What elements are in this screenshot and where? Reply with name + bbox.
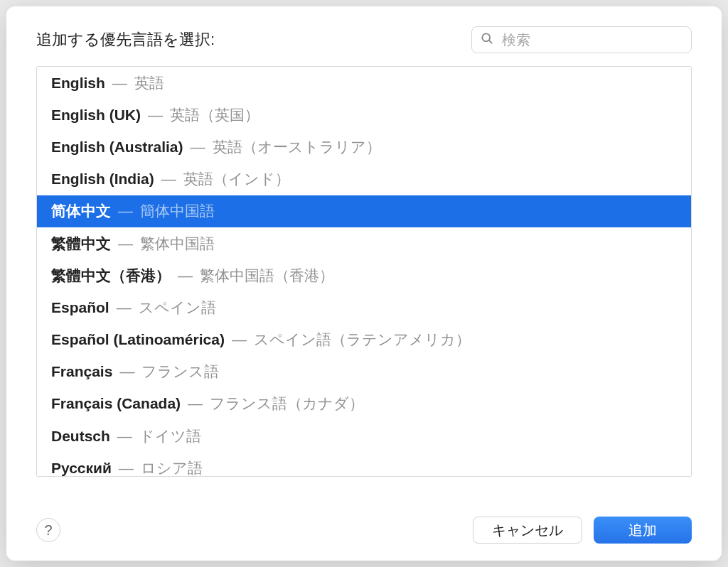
language-native-name: English [51,75,105,92]
language-separator: — [117,299,132,316]
dialog-header: 追加する優先言語を選択: [6,6,722,66]
language-separator: — [178,267,193,284]
language-separator: — [119,363,134,380]
language-select-dialog: 追加する優先言語を選択: English—英語English (UK)—英語（英… [6,6,722,561]
language-row[interactable]: 繁體中文—繁体中国語 [37,227,691,259]
language-separator: — [161,171,176,188]
language-native-name: Español [51,299,109,316]
language-local-name: スペイン語（ラテンアメリカ） [254,330,471,350]
language-native-name: Français (Canada) [51,395,181,412]
language-local-name: ロシア語 [141,458,203,477]
language-local-name: スペイン語 [139,298,216,318]
language-row[interactable]: English (India)—英語（インド） [37,163,691,195]
search-wrapper [471,26,692,53]
language-row[interactable]: Español—スペイン語 [37,291,691,323]
language-row[interactable]: Deutsch—ドイツ語 [37,420,691,452]
language-local-name: 英語（インド） [183,169,290,189]
language-separator: — [148,107,163,124]
button-group: キャンセル 追加 [473,517,692,544]
language-separator: — [232,331,247,348]
language-separator: — [119,460,134,477]
language-native-name: 繁體中文 [51,234,111,254]
language-native-name: Français [51,363,112,380]
language-native-name: Español (Latinoamérica) [51,331,225,348]
language-native-name: 简体中文 [51,201,111,221]
language-local-name: 英語（英国） [170,105,259,125]
language-local-name: 繁体中国語 [140,234,215,254]
language-row[interactable]: Français (Canada)—フランス語（カナダ） [37,388,691,420]
language-list[interactable]: English—英語English (UK)—英語（英国）English (Au… [36,66,692,477]
language-separator: — [191,139,205,156]
language-local-name: 繁体中国語（香港） [200,266,334,286]
language-separator: — [112,75,127,92]
language-row[interactable]: 简体中文—簡体中国語 [37,195,691,227]
help-button[interactable]: ? [36,518,60,542]
language-native-name: English (Australia) [51,139,183,156]
language-local-name: フランス語（カナダ） [210,394,364,414]
language-separator: — [188,395,203,412]
language-local-name: 簡体中国語 [140,201,215,221]
language-separator: — [118,235,133,252]
language-row[interactable]: English—英語 [37,67,691,99]
language-native-name: Deutsch [51,428,110,445]
language-native-name: English (India) [51,171,154,188]
language-native-name: Русский [51,460,112,477]
language-separator: — [118,202,133,220]
language-local-name: ドイツ語 [139,426,201,446]
language-row[interactable]: Español (Latinoamérica)—スペイン語（ラテンアメリカ） [37,324,691,356]
language-local-name: 英語 [134,73,164,93]
language-native-name: 繁體中文（香港） [51,266,171,286]
language-row[interactable]: 繁體中文（香港）—繁体中国語（香港） [37,259,691,291]
language-row[interactable]: English (Australia)—英語（オーストラリア） [37,131,691,163]
language-local-name: フランス語 [141,362,219,382]
language-row[interactable]: Français—フランス語 [37,356,691,388]
language-row[interactable]: Русский—ロシア語 [37,452,691,477]
dialog-footer: ? キャンセル 追加 [6,505,722,561]
language-native-name: English (UK) [51,107,141,124]
language-separator: — [117,428,132,445]
language-local-name: 英語（オーストラリア） [213,137,381,157]
dialog-title: 追加する優先言語を選択: [36,29,215,50]
search-input[interactable] [471,26,692,53]
language-row[interactable]: English (UK)—英語（英国） [37,99,691,131]
cancel-button[interactable]: キャンセル [473,517,582,544]
add-button[interactable]: 追加 [594,517,692,544]
